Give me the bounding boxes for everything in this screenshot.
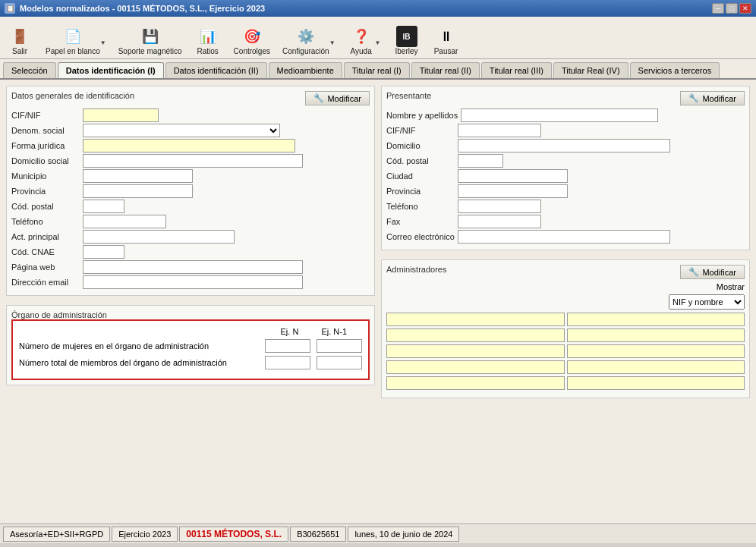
admin-row1-col2[interactable] [567,313,745,326]
pres-provincia-input[interactable] [458,184,568,198]
municipio-input[interactable] [83,169,193,183]
status-company: 00115 MÉTODOS, S.L. [179,527,288,542]
modificar-admin-button[interactable]: 🔧 Modificar [680,265,745,279]
pres-cod-postal-input[interactable] [458,154,503,168]
ratios-icon: 📊 [197,26,219,47]
iberley-label: Iberley [395,47,418,55]
pres-cif-input[interactable] [458,124,541,137]
modificar-admin-label: Modificar [702,268,736,277]
pres-provincia-label: Provincia [386,187,455,196]
admin-row1-col1[interactable] [386,313,565,326]
toolbar-soporte[interactable]: 💾 Soporte magnético [118,26,182,55]
admin-row3-col1[interactable] [386,344,565,358]
papel-icon: 📄 [62,26,83,47]
tab-titular-real-3[interactable]: Titular real (III) [481,62,552,78]
papel-arrow[interactable]: ▼ [100,39,106,46]
provincia-label: Provincia [11,187,80,196]
domicilio-social-input[interactable] [83,154,303,168]
config-icon: ⚙️ [295,26,317,47]
cif-nif-input[interactable] [83,108,159,122]
pres-domicilio-row: Domicilio [386,139,745,152]
organo-row1-ej-n1[interactable] [317,339,362,353]
status-date: lunes, 10 de junio de 2024 [348,527,459,542]
admin-row2-col1[interactable] [386,329,565,342]
admin-row4-col1[interactable] [386,360,565,374]
modificar-datos-button[interactable]: 🔧 Modificar [305,91,370,105]
organo-row-2: Número total de miembros del órgano de a… [19,356,362,369]
pres-fax-input[interactable] [458,215,541,228]
pres-ciudad-input[interactable] [458,169,568,183]
pres-correo-row: Correo electrónico [386,230,745,244]
modificar-icon: 🔧 [313,93,324,103]
pres-correo-input[interactable] [458,230,670,244]
organo-row1-ej-n[interactable] [265,339,310,353]
tab-datos-id-1[interactable]: Datos identificación (I) [58,62,164,78]
toolbar-config[interactable]: ⚙️ Configuración [282,26,329,55]
soporte-label: Soporte magnético [118,47,182,55]
denom-social-label: Denom. social [11,126,80,135]
toolbar-iberley[interactable]: IB Iberley [393,26,421,55]
provincia-input[interactable] [83,184,193,198]
config-arrow[interactable]: ▼ [329,39,335,46]
toolbar-ratios[interactable]: 📊 Ratios [194,26,222,55]
denom-social-select[interactable] [83,124,280,137]
organo-row2-ej-n[interactable] [265,356,310,369]
minimize-button[interactable]: ─ [712,3,724,14]
toolbar-pausar[interactable]: ⏸ Pausar [433,26,460,55]
cod-postal-row: Cód. postal [11,200,370,213]
maximize-button[interactable]: □ [726,3,738,14]
cod-cnae-input[interactable] [83,245,124,259]
municipio-row: Municipio [11,169,370,183]
tab-titular-real-1[interactable]: Titular real (I) [344,62,410,78]
nombre-apellidos-input[interactable] [461,108,658,122]
close-button[interactable]: ✕ [739,3,751,14]
pagina-web-row: Página web [11,260,370,274]
tab-medioambiente[interactable]: Medioambiente [269,62,342,78]
administradores-title: Administradores [386,265,446,274]
admin-row3-col2[interactable] [567,344,745,358]
tab-servicios-terceros[interactable]: Servicios a terceros [630,62,720,78]
datos-generales-title: Datos generales de identificación [11,91,134,100]
ayuda-arrow[interactable]: ▼ [375,39,381,46]
telefono-input[interactable] [83,215,166,228]
show-label: Mostrar [717,282,745,291]
window-controls: ─ □ ✕ [712,3,751,14]
admin-row5-col1[interactable] [386,376,565,390]
show-select[interactable]: NIF y nombre [669,294,745,310]
tab-seleccion[interactable]: Selección [3,62,56,78]
act-principal-input[interactable] [83,230,235,244]
ayuda-label: Ayuda [351,47,372,55]
toolbar-papel-group: 📄 Papel en blanco ▼ [46,26,106,55]
toolbar-ayuda[interactable]: ❓ Ayuda [348,26,375,55]
admin-row5-col2[interactable] [567,376,745,390]
modificar-admin-icon: 🔧 [688,267,699,277]
pausar-label: Pausar [434,47,458,55]
tab-titular-real-2[interactable]: Titular real (II) [411,62,480,78]
tab-titular-real-4[interactable]: Titular Real (IV) [553,62,628,78]
toolbar-papel[interactable]: 📄 Papel en blanco [46,26,100,55]
left-panel: Datos generales de identificación 🔧 Modi… [6,86,375,517]
tab-datos-id-2[interactable]: Datos identificación (II) [165,62,267,78]
dir-email-input[interactable] [83,275,303,289]
pres-domicilio-input[interactable] [458,139,670,152]
status-text1: Asesoría+ED+SII+RGPD [10,530,103,539]
pres-telefono-input[interactable] [458,200,541,213]
modificar-presentante-button[interactable]: 🔧 Modificar [680,91,745,105]
cod-postal-input[interactable] [83,200,124,213]
organo-row2-ej-n1[interactable] [317,356,362,369]
admin-row4-col2[interactable] [567,360,745,374]
pres-correo-label: Correo electrónico [386,232,455,241]
pagina-web-label: Página web [11,262,80,272]
pagina-web-input[interactable] [83,260,303,274]
organo-row1-inputs [265,339,362,353]
app-icon: 📋 [5,3,15,14]
forma-juridica-input[interactable] [83,139,295,152]
modificar-pres-label: Modificar [702,94,736,103]
toolbar-controlges[interactable]: 🎯 Controlges [234,26,270,55]
ayuda-icon: ❓ [351,26,372,47]
pres-provincia-row: Provincia [386,184,745,198]
toolbar-salir[interactable]: 🚪 Salir [6,26,33,55]
admin-row2-col2[interactable] [567,329,745,342]
status-company-text: 00115 MÉTODOS, S.L. [186,529,282,539]
domicilio-social-label: Domicilio social [11,156,80,165]
